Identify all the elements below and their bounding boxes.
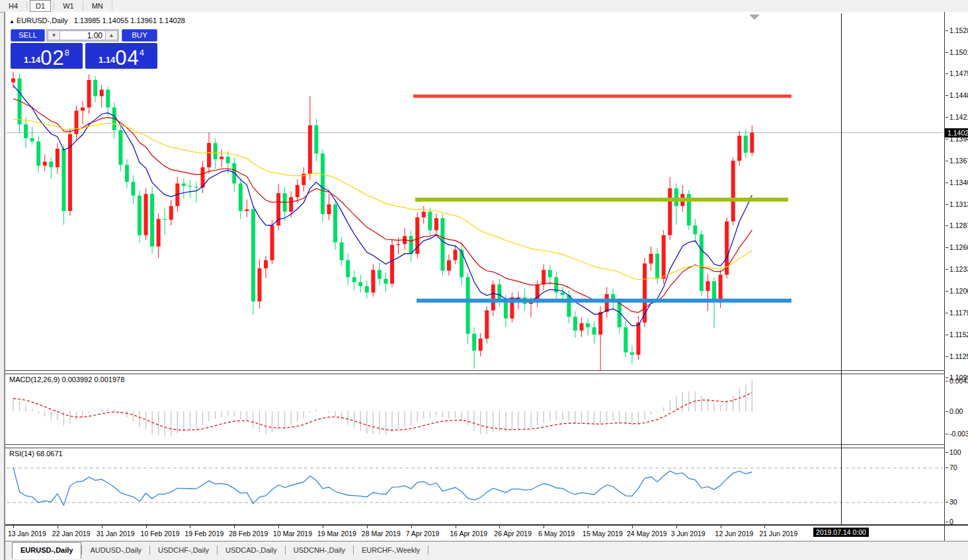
buy-button[interactable]: BUY bbox=[122, 29, 157, 42]
buy-price-sup: 4 bbox=[140, 48, 144, 58]
indicator-axis-label: 0.004359 bbox=[949, 377, 968, 385]
time-axis-tick bbox=[234, 526, 235, 528]
price-axis-label: 1.14210 bbox=[949, 113, 968, 121]
price-axis-label: 1.12065 bbox=[949, 287, 968, 295]
volume-group: ▼ ▲ bbox=[46, 29, 119, 42]
chart-title: ▲ EURUSD-,Daily 1.13985 1.14055 1.13961 … bbox=[9, 17, 185, 24]
price-axis-label: 1.11795 bbox=[949, 309, 968, 317]
time-axis-label: 26 Apr 2019 bbox=[494, 530, 532, 538]
ohlc-values: 1.13985 1.14055 1.13961 1.14028 bbox=[74, 17, 185, 24]
indicator-axis-label: 70 bbox=[949, 463, 957, 471]
indicator-axis-label: 100 bbox=[949, 448, 961, 456]
cursor-vertical-line bbox=[841, 13, 842, 524]
time-axis-label: 15 May 2019 bbox=[583, 530, 623, 538]
time-axis-tick bbox=[367, 526, 368, 528]
volume-input[interactable] bbox=[60, 30, 105, 40]
price-axis-label: 1.12600 bbox=[949, 243, 968, 251]
price-axis-label: 1.13675 bbox=[949, 157, 968, 165]
time-axis-tick bbox=[146, 526, 147, 528]
time-axis-label: 12 Jun 2019 bbox=[715, 530, 754, 538]
time-axis-label: 24 May 2019 bbox=[627, 530, 667, 538]
time-axis-tick bbox=[499, 526, 500, 528]
time-axis-label: 19 Feb 2019 bbox=[184, 530, 223, 538]
time-axis-tick bbox=[588, 526, 588, 528]
toolbar-separator bbox=[112, 1, 112, 11]
toolbar-separator bbox=[26, 1, 27, 11]
price-axis-label: 1.12330 bbox=[949, 265, 968, 273]
timeframe-button-d1[interactable]: D1 bbox=[30, 0, 51, 12]
symbol-collapse-icon[interactable]: ▲ bbox=[9, 19, 15, 24]
chart-tab-usdchf[interactable]: USDCHF-,Daily bbox=[150, 543, 217, 557]
sell-price-sup: 8 bbox=[65, 48, 69, 58]
chart-tab-eurusd[interactable]: EURUSD-,Daily bbox=[12, 542, 81, 559]
time-axis-tick bbox=[721, 526, 721, 528]
toolbar-separator bbox=[54, 1, 54, 11]
time-axis-tick bbox=[278, 526, 279, 528]
buy-price-big: 04 bbox=[115, 50, 139, 67]
time-axis[interactable]: 2019.07.14 0:00 13 Jan 201922 Jan 201931… bbox=[5, 526, 944, 541]
chart-window: ▲ EURUSD-,Daily 1.13985 1.14055 1.13961 … bbox=[4, 12, 968, 560]
time-axis-tick bbox=[323, 526, 323, 528]
time-axis-label: 16 Apr 2019 bbox=[450, 530, 488, 538]
indicator-axis-label: 0.00 bbox=[949, 407, 963, 415]
price-axis-label: 1.15285 bbox=[949, 26, 968, 34]
chart-tab-audusd[interactable]: AUDUSD-,Daily bbox=[82, 543, 149, 557]
time-axis-tick bbox=[13, 526, 14, 528]
time-axis-tick bbox=[456, 526, 456, 528]
time-axis-label: 6 May 2019 bbox=[538, 530, 575, 538]
chart-tab-eurchf[interactable]: EURCHF-,Weekly bbox=[354, 543, 428, 557]
sell-price-big: 02 bbox=[40, 50, 64, 67]
time-axis-label: 19 Mar 2019 bbox=[317, 530, 356, 538]
time-axis-tick bbox=[58, 526, 58, 528]
current-price-tag: 1.14028 bbox=[945, 128, 968, 138]
sell-price-small: 1.14 bbox=[24, 55, 40, 65]
time-axis-tick bbox=[632, 526, 633, 528]
time-axis-label: 31 Jan 2019 bbox=[97, 530, 135, 538]
chart-tab-usdcad[interactable]: USDCAD-,Daily bbox=[218, 543, 285, 557]
timeframe-button-h4[interactable]: H4 bbox=[3, 0, 24, 12]
price-axis-label: 1.11525 bbox=[949, 331, 968, 339]
symbol-period-label: EURUSD-,Daily bbox=[17, 17, 68, 24]
price-axis-label: 1.13135 bbox=[949, 200, 968, 208]
price-axis-label: 1.11255 bbox=[949, 352, 968, 360]
buy-price-tile[interactable]: 1.14044 bbox=[85, 43, 157, 69]
time-axis-label: 3 Jun 2019 bbox=[671, 530, 706, 538]
buy-price-small: 1.14 bbox=[99, 55, 115, 65]
macd-canvas[interactable] bbox=[5, 373, 944, 444]
timeframe-button-w1[interactable]: W1 bbox=[57, 0, 80, 12]
time-axis-tick bbox=[764, 526, 765, 528]
time-axis-label: 13 Jan 2019 bbox=[8, 530, 46, 538]
mt4-window: H4D1W1MN ▲ EURUSD-,Daily 1.13985 1.14055… bbox=[0, 0, 968, 560]
cursor-date-tag: 2019.07.14 0:00 bbox=[813, 528, 869, 537]
price-axis-label: 1.14750 bbox=[949, 69, 968, 77]
indicator-axis-label: -0.00371 bbox=[949, 430, 968, 438]
macd-label: MACD(12,26,9) 0.003992 0.001978 bbox=[9, 376, 124, 383]
chart-tab-usdcnh[interactable]: USDCNH-,Daily bbox=[286, 543, 353, 557]
price-axis-label: 1.13405 bbox=[949, 179, 968, 186]
indicator-axis-label: 30 bbox=[949, 498, 957, 506]
tab-separator bbox=[428, 545, 428, 555]
time-axis-label: 10 Mar 2019 bbox=[273, 530, 312, 538]
time-axis-tick bbox=[411, 526, 412, 528]
volume-increase-button[interactable]: ▲ bbox=[105, 30, 118, 40]
price-axis[interactable]: 1.152851.150151.147501.144801.142101.139… bbox=[945, 12, 968, 541]
rsi-canvas[interactable] bbox=[5, 447, 944, 524]
time-axis-label: 22 Jan 2019 bbox=[52, 530, 91, 538]
time-axis-tick bbox=[102, 526, 102, 528]
time-axis-tick bbox=[544, 526, 544, 528]
time-axis-tick bbox=[676, 526, 677, 528]
rsi-label: RSI(14) 68.0671 bbox=[9, 450, 63, 458]
sell-price-tile[interactable]: 1.14028 bbox=[11, 43, 83, 69]
time-axis-label: 28 Mar 2019 bbox=[362, 530, 401, 538]
time-axis-label: 21 Jun 2019 bbox=[759, 530, 797, 538]
sell-button[interactable]: SELL bbox=[11, 29, 45, 42]
timeframe-button-mn[interactable]: MN bbox=[86, 0, 109, 12]
time-axis-label: 7 Apr 2019 bbox=[406, 530, 440, 538]
price-axis-label: 1.14480 bbox=[949, 91, 968, 99]
time-axis-label: 28 Feb 2019 bbox=[229, 530, 268, 538]
chart-shift-marker-icon[interactable] bbox=[749, 15, 760, 20]
timeframe-toolbar: H4D1W1MN bbox=[0, 0, 968, 13]
time-axis-label: 10 Feb 2019 bbox=[141, 530, 180, 538]
volume-decrease-button[interactable]: ▼ bbox=[48, 30, 60, 40]
time-axis-tick bbox=[190, 526, 190, 528]
